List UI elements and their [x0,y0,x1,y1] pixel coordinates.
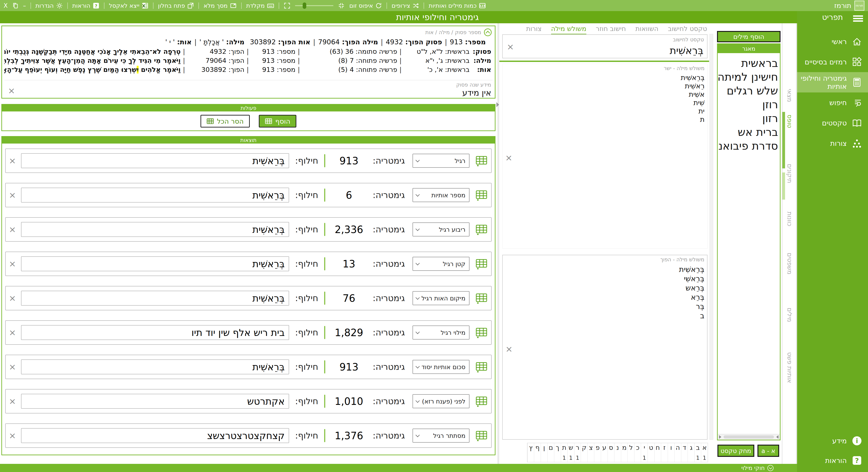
list-item[interactable]: בְּרֵאשִׁית [505,265,704,274]
counts-button[interactable]: כמות מילים ואותיות 123 [429,2,486,9]
chiluf-input[interactable]: בְּרֵאשִׁית [21,188,289,202]
chiluf-input[interactable]: קצחקצטרצטרצשצ [21,428,289,443]
remove-row-button[interactable]: × [9,225,16,234]
sidebar-item-basic-hints[interactable]: רמזים בסיסיים [797,52,868,72]
letter-cell[interactable]: ם [548,443,554,462]
tab[interactable]: השוואות [636,25,658,35]
letter-cell[interactable]: ז [661,443,668,462]
splitter-arrow-icon[interactable] [496,102,499,107]
combinations-button[interactable]: צירופים [392,2,419,9]
close-button[interactable]: X [4,2,8,9]
letter-cell[interactable]: ף [534,443,541,462]
settings-button[interactable]: הגדרות [35,2,63,9]
sidebar-menu-toggle[interactable]: תפריט [797,11,868,23]
vertical-tab-inventory[interactable]: מצאי [786,89,793,102]
letter-cell[interactable]: צ [587,443,594,462]
scrollbar-thumb[interactable] [723,435,774,439]
clear-note-button[interactable]: × [8,86,15,95]
letter-cell[interactable]: ה [674,443,681,462]
remove-row-button[interactable]: × [9,431,16,440]
open-in-window-button[interactable]: פתח בחלון [158,2,194,9]
letter-values-button[interactable] [475,189,488,202]
word-bank-item[interactable]: חישינן למיתה [718,70,778,84]
method-dropdown[interactable]: ריבוע רגיל [412,222,469,237]
tab[interactable]: צורות [526,25,541,35]
sidebar-item-home[interactable]: ראשי [797,31,868,52]
letter-cell[interactable]: ג [688,443,694,462]
method-dropdown[interactable]: מילוי רגיל [412,325,469,340]
method-dropdown[interactable]: מספר אותיות [412,188,469,202]
letter-cell[interactable]: ע [601,443,608,462]
word-bank-item[interactable]: ברית אש [718,125,778,139]
remove-row-button[interactable]: × [9,328,16,337]
letter-values-button[interactable] [475,360,488,373]
chiluf-input[interactable]: בְּרֵאשִׁית [21,153,289,168]
clear-list-button[interactable]: × [505,154,513,162]
remove-row-button[interactable]: × [9,259,16,268]
letter-cell[interactable]: פ [594,443,601,462]
list-item[interactable]: אשִׁית [505,90,705,99]
vertical-scrollbar[interactable] [710,34,713,440]
letter-values-button[interactable] [475,395,488,408]
chiluf-input[interactable]: אקתרטש [21,394,289,409]
chiluf-input[interactable]: בְּרֵאשִׁית [21,291,289,306]
zoom-shrink-icon[interactable] [338,2,345,9]
letter-cell[interactable]: ר 1 [574,443,581,462]
list-item[interactable]: בְּרֵאשִׁי [505,274,704,283]
vertical-tab-form[interactable]: טופס [786,115,793,128]
scroll-left-arrow[interactable] [776,435,778,439]
letter-cell[interactable]: ן [541,443,548,462]
letter-cell[interactable]: ס [608,443,614,462]
letter-cell[interactable]: כ [634,443,641,462]
remove-row-button[interactable]: × [9,156,16,165]
remove-row-button[interactable]: × [9,363,16,371]
list-item[interactable]: ית [505,107,705,115]
remove-row-button[interactable]: × [9,191,16,199]
tab[interactable]: חישוב חוזר [596,25,626,35]
clear-input-button[interactable]: × [507,42,514,51]
fullscreen-button[interactable]: מסך מלא [204,2,237,9]
letter-values-button[interactable] [475,257,488,270]
remove-row-button[interactable]: × [9,294,16,303]
letter-cell[interactable]: ש 1 [567,443,574,462]
letter-cell[interactable]: ץ [527,443,534,462]
sidebar-item-info[interactable]: i מידע [791,431,868,451]
tab[interactable]: טקסט לחישוב [668,25,707,35]
vertical-tab-tikunim[interactable]: תיקונים [786,164,793,183]
minimize-button[interactable]: – [23,2,26,9]
clear-list-button[interactable]: × [505,345,513,353]
word-bank-item[interactable]: סדרת פיבואנצ [718,139,778,153]
method-dropdown[interactable]: מיקום האות רגיל [412,291,469,305]
letter-cell[interactable]: ט [648,443,654,462]
chiluf-input[interactable]: בְּרֵאשִׁית [21,256,289,271]
letter-cell[interactable]: ח [654,443,661,462]
letter-values-button[interactable] [475,154,488,167]
panel-splitter[interactable] [498,23,499,464]
keyboard-button[interactable]: מקלדת [246,2,274,9]
sidebar-item-instructions[interactable]: ? הוראות [791,450,868,471]
chiluf-input[interactable]: בְּרֵאשִׁית [21,359,289,374]
export-excel-button[interactable]: ייצא לאקסל X [109,2,149,9]
letter-values-button[interactable] [475,429,488,442]
sidebar-item-texts[interactable]: טקסטים [797,113,868,133]
list-item[interactable]: בְּר [505,302,704,311]
zoom-fit-icon[interactable] [284,2,290,9]
tab[interactable]: משולש מילה [551,25,586,35]
list-item[interactable]: שִׁית [505,99,705,107]
calc-input[interactable]: בְּרֵאשִׁית [670,45,704,56]
word-bank-item[interactable]: שלש רגלים [718,84,778,98]
list-item[interactable]: ת [505,115,705,124]
sidebar-item-gematria[interactable]: גימטריה וחילופי אותיות [797,72,868,92]
word-bank-item[interactable]: בראשית [718,56,778,70]
fill-rules-toggle[interactable]: חוקי מילוי [741,464,774,472]
sidebar-item-search[interactable]: חיפוש [797,92,868,113]
letter-values-button[interactable] [475,223,488,236]
sidebar-item-shapes[interactable]: צורות [797,133,868,154]
letter-cell[interactable]: י 1 [641,443,648,462]
letter-values-button[interactable] [475,326,488,339]
method-dropdown[interactable]: רגיל [412,154,469,168]
horizontal-scrollbar[interactable] [718,434,780,440]
letter-cell[interactable]: ך [554,443,561,462]
letter-cell[interactable]: ק [581,443,587,462]
list-item[interactable]: ב [505,311,704,320]
